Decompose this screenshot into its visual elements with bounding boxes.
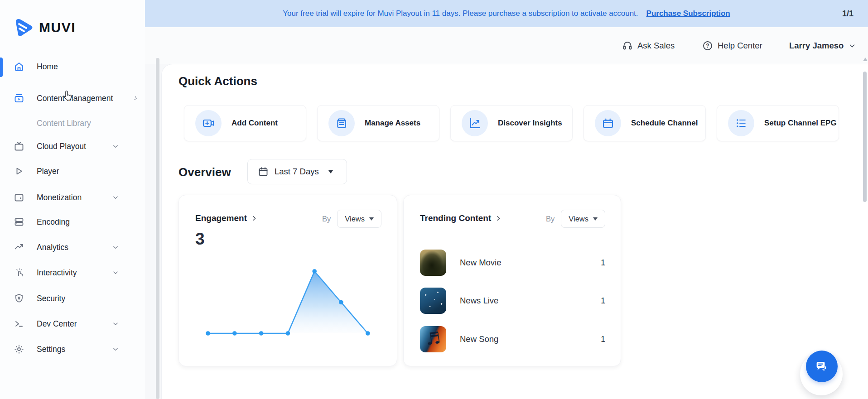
page-scrollbar[interactable] bbox=[863, 72, 867, 202]
muvi-logo-text: MUVI bbox=[39, 20, 76, 35]
discover-insights-card[interactable]: Discover Insights bbox=[450, 105, 573, 141]
sidebar-item-dev-center[interactable]: Dev Center bbox=[0, 315, 145, 333]
quick-action-label: Setup Channel EPG bbox=[764, 119, 837, 128]
manage-assets-icon bbox=[328, 110, 355, 136]
main-panel: Quick Actions Add Content Manage Assets … bbox=[162, 64, 868, 399]
sidebar-item-security[interactable]: Security bbox=[0, 289, 145, 308]
trending-item-title: New Movie bbox=[460, 258, 502, 268]
sidebar-item-player[interactable]: Player bbox=[0, 162, 145, 180]
engagement-title-link[interactable]: Engagement bbox=[195, 213, 258, 223]
setup-channel-epg-card[interactable]: Setup Channel EPG bbox=[717, 105, 839, 141]
muvi-logo[interactable]: MUVI bbox=[13, 17, 76, 38]
content-management-icon bbox=[14, 93, 24, 104]
trending-title-link[interactable]: Trending Content bbox=[420, 213, 502, 223]
sidebar-item-label: Content Management bbox=[37, 94, 113, 103]
ask-sales-button[interactable]: Ask Sales bbox=[622, 27, 675, 64]
trending-item-count: 1 bbox=[601, 335, 605, 344]
chevron-right-icon bbox=[131, 94, 139, 102]
ask-sales-label: Ask Sales bbox=[637, 41, 675, 51]
encoding-icon bbox=[14, 216, 24, 227]
setup-epg-icon bbox=[728, 110, 754, 136]
chat-button[interactable] bbox=[806, 351, 838, 382]
manage-assets-card[interactable]: Manage Assets bbox=[317, 105, 439, 141]
headset-icon bbox=[622, 40, 633, 51]
sidebar-item-label: Analytics bbox=[37, 243, 68, 252]
user-name: Larry Jameso bbox=[789, 41, 844, 51]
news-thumbnail bbox=[420, 288, 446, 314]
top-header: Ask Sales ? Help Center Larry Jameso bbox=[145, 27, 868, 64]
sidebar-item-settings[interactable]: Settings bbox=[0, 340, 145, 358]
by-label: By bbox=[546, 215, 555, 223]
security-icon bbox=[14, 293, 24, 304]
quick-action-label: Add Content bbox=[231, 119, 278, 128]
trending-row-new-movie[interactable]: New Movie 1 bbox=[420, 250, 605, 276]
sidebar-scrollbar[interactable] bbox=[156, 58, 159, 399]
sidebar-item-label: Home bbox=[37, 62, 58, 72]
trending-item-count: 1 bbox=[601, 296, 605, 306]
chevron-down-icon bbox=[593, 217, 598, 221]
banner-pager: 1/1 bbox=[842, 9, 854, 19]
engagement-metric-value: Views bbox=[345, 215, 365, 223]
sidebar-item-content-library[interactable]: Content Library bbox=[0, 114, 145, 132]
chevron-down-icon bbox=[369, 217, 374, 221]
chevron-down-icon bbox=[112, 244, 119, 250]
chevron-down-icon bbox=[112, 194, 119, 201]
sidebar-item-monetization[interactable]: Monetization bbox=[0, 188, 145, 207]
chevron-down-icon bbox=[112, 346, 119, 352]
engagement-value: 3 bbox=[195, 230, 205, 249]
chart-data-point bbox=[232, 331, 237, 336]
engagement-metric-dropdown[interactable]: Views bbox=[337, 210, 381, 228]
sidebar-item-label: Player bbox=[37, 167, 59, 176]
schedule-channel-card[interactable]: Schedule Channel bbox=[583, 105, 706, 141]
sidebar-item-content-management[interactable]: Content Management bbox=[0, 89, 145, 107]
trending-metric-dropdown[interactable]: Views bbox=[561, 210, 605, 228]
sidebar-item-home[interactable]: Home bbox=[0, 58, 145, 76]
chart-data-point bbox=[312, 269, 317, 274]
settings-icon bbox=[14, 344, 24, 355]
sidebar-item-encoding[interactable]: Encoding bbox=[0, 213, 145, 231]
chevron-down-icon bbox=[328, 170, 333, 173]
chart-area-fill bbox=[208, 271, 368, 333]
discover-insights-icon bbox=[462, 110, 488, 136]
trial-banner-message: Your free trial will expire for Muvi Pla… bbox=[283, 9, 638, 18]
song-thumbnail: ♬ bbox=[420, 326, 446, 352]
sidebar-item-label: Cloud Playout bbox=[37, 142, 86, 151]
trending-metric-value: Views bbox=[569, 215, 588, 223]
sidebar-item-label: Interactivity bbox=[37, 268, 77, 278]
sidebar-item-cloud-playout[interactable]: Cloud Playout bbox=[0, 137, 145, 155]
user-menu[interactable]: Larry Jameso bbox=[789, 27, 856, 64]
sidebar-item-label: Dev Center bbox=[37, 319, 77, 329]
trending-row-news-live[interactable]: News Live 1 bbox=[420, 288, 605, 314]
trending-row-new-song[interactable]: ♬ New Song 1 bbox=[420, 326, 605, 352]
calendar-icon bbox=[258, 166, 269, 177]
sidebar-item-label: Encoding bbox=[37, 217, 70, 227]
sidebar-item-label: Settings bbox=[37, 345, 65, 354]
trending-item-title: News Live bbox=[460, 296, 498, 306]
date-range-selector[interactable]: Last 7 Days bbox=[247, 159, 347, 184]
chevron-down-icon bbox=[848, 42, 856, 50]
chart-data-point bbox=[366, 331, 370, 336]
engagement-card: Engagement By Views 3 bbox=[178, 195, 397, 366]
schedule-channel-icon bbox=[595, 110, 621, 136]
quick-action-label: Manage Assets bbox=[365, 119, 420, 128]
chart-data-point bbox=[206, 331, 210, 336]
purchase-subscription-link[interactable]: Purchase Subscription bbox=[646, 9, 730, 18]
chevron-down-icon bbox=[112, 269, 119, 276]
help-center-button[interactable]: ? Help Center bbox=[702, 27, 762, 64]
quick-actions-title: Quick Actions bbox=[178, 74, 257, 88]
chevron-right-icon bbox=[251, 215, 258, 222]
chat-icon bbox=[814, 359, 829, 374]
sidebar-item-label: Security bbox=[37, 294, 65, 303]
music-note-icon: ♬ bbox=[424, 328, 442, 349]
add-content-card[interactable]: Add Content bbox=[184, 105, 306, 141]
chevron-down-icon bbox=[112, 321, 119, 327]
sidebar-item-analytics[interactable]: Analytics bbox=[0, 238, 145, 256]
trial-banner: Your free trial will expire for Muvi Pla… bbox=[145, 0, 868, 27]
analytics-icon bbox=[14, 242, 24, 253]
scroll-up-arrow[interactable] bbox=[863, 58, 868, 61]
help-center-label: Help Center bbox=[718, 41, 762, 51]
engagement-title: Engagement bbox=[195, 213, 247, 223]
muvi-logo-icon bbox=[13, 17, 34, 38]
svg-text:?: ? bbox=[706, 43, 709, 49]
sidebar-item-interactivity[interactable]: Interactivity bbox=[0, 264, 145, 282]
